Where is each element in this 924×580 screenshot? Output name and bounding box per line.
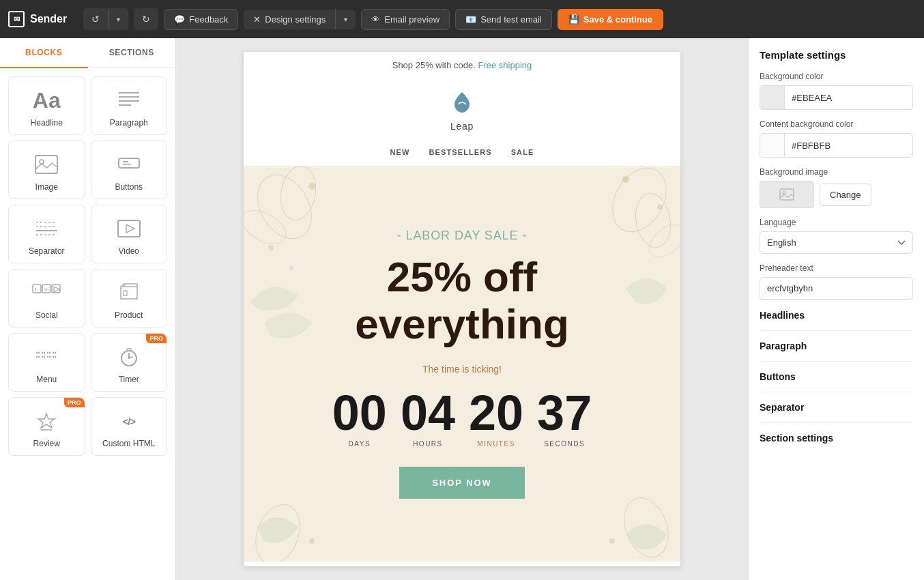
tab-blocks[interactable]: BLOCKS [0, 38, 88, 68]
separator-icon [33, 216, 59, 241]
dropdown-arrow[interactable]: ▾ [109, 10, 128, 29]
svg-rect-33 [127, 349, 131, 351]
app-name: Sender [30, 13, 67, 25]
minutes-value: 20 [469, 388, 523, 437]
design-settings-dropdown[interactable]: ▾ [336, 10, 356, 29]
svg-point-40 [268, 245, 274, 250]
block-paragraph[interactable]: Paragraph [91, 76, 168, 135]
topbar-link[interactable]: Free shipping [478, 60, 532, 70]
content-bg-label: Content background color [760, 119, 913, 129]
save-continue-button[interactable]: 💾 Save & continue [558, 9, 663, 30]
svg-point-36 [247, 166, 323, 248]
bg-color-input-row [760, 85, 913, 110]
tab-sections[interactable]: SECTIONS [88, 38, 176, 68]
block-headline[interactable]: Aa Headline [8, 76, 85, 135]
headline-icon: Aa [33, 88, 61, 113]
bg-color-label: Background color [760, 72, 913, 81]
send-test-button[interactable]: 📧 Send test email [455, 9, 552, 30]
block-menu[interactable]: Menu [8, 333, 85, 392]
days-label: DAYS [349, 440, 371, 448]
countdown: 00 DAYS 04 HOURS 20 MINUTES 37 SECONDS [332, 388, 592, 448]
section-separator[interactable]: Separator [760, 392, 913, 422]
right-sidebar: Template settings Background color Conte… [748, 38, 924, 580]
design-settings-icon: ✕ [253, 14, 261, 25]
undo-button[interactable]: ↺ [83, 8, 108, 30]
custom-html-icon: </> [122, 409, 135, 433]
bg-image-row: Change [760, 181, 913, 208]
nav-item-new[interactable]: NEW [390, 148, 410, 156]
bg-image-change-button[interactable]: Change [820, 184, 871, 206]
svg-text:f: f [35, 287, 37, 293]
svg-point-52 [783, 191, 785, 194]
svg-point-39 [308, 183, 315, 190]
video-icon [116, 216, 142, 241]
cta-button[interactable]: SHOP NOW [399, 467, 525, 499]
nav-item-bestsellers[interactable]: BESTSELLERS [429, 148, 492, 156]
block-review[interactable]: PRO Review [8, 397, 85, 456]
svg-marker-20 [54, 287, 59, 292]
sidebar-tabs: BLOCKS SECTIONS [0, 38, 175, 68]
redo-button[interactable]: ↻ [134, 8, 158, 30]
paragraph-icon [116, 88, 142, 113]
paragraph-label: Paragraph [110, 118, 148, 128]
section-headlines[interactable]: Headlines [760, 300, 913, 330]
settings-title: Template settings [760, 49, 913, 61]
menu-icon [33, 345, 59, 369]
product-icon [117, 280, 141, 305]
top-navigation: ✉ Sender ↺ ▾ ↻ 💬 Feedback ✕ Design setti… [0, 0, 924, 38]
block-separator[interactable]: Separator [8, 205, 85, 263]
brand-name: Leap [255, 121, 669, 132]
content-bg-swatch[interactable] [760, 133, 785, 158]
nav-item-sale[interactable]: SALE [511, 148, 534, 156]
block-social[interactable]: f in Social [8, 269, 85, 328]
undo-redo-group: ↺ ▾ [83, 8, 128, 30]
email-preview-button[interactable]: 👁 Email preview [361, 9, 450, 30]
design-settings-group: ✕ Design settings ▾ [244, 10, 356, 29]
block-image[interactable]: Image [8, 141, 85, 199]
block-timer[interactable]: PRO Timer [91, 333, 168, 392]
email-nav: NEW BESTSELLERS SALE [244, 143, 680, 166]
review-pro-badge: PRO [64, 398, 85, 407]
hero-tagline: The time is ticking! [422, 364, 502, 375]
blocks-grid: Aa Headline Paragraph [0, 68, 175, 464]
section-settings[interactable]: Section settings [760, 422, 913, 453]
countdown-hours: 04 HOURS [401, 388, 455, 448]
product-label: Product [115, 310, 143, 320]
timer-label: Timer [119, 375, 139, 384]
feedback-button[interactable]: 💬 Feedback [164, 9, 238, 30]
svg-rect-15 [33, 285, 41, 293]
bg-image-label: Background image [760, 167, 913, 177]
svg-point-48 [309, 538, 315, 544]
logo-icon: ✉ [8, 11, 25, 27]
svg-rect-6 [119, 158, 139, 168]
social-label: Social [35, 310, 58, 320]
block-buttons[interactable]: Buttons [91, 141, 168, 199]
bg-color-swatch[interactable] [760, 85, 785, 110]
block-video[interactable]: Video [91, 205, 168, 263]
custom-html-label: Custom HTML [102, 439, 155, 448]
content-bg-value[interactable] [785, 141, 913, 151]
email-canvas: Shop 25% with code. Free shipping Leap N… [244, 52, 680, 566]
svg-point-38 [244, 203, 291, 251]
design-settings-button[interactable]: ✕ Design settings [244, 10, 335, 29]
block-custom-html[interactable]: </> Custom HTML [91, 397, 168, 456]
svg-rect-21 [124, 291, 127, 295]
block-product[interactable]: Product [91, 269, 168, 328]
headline-label: Headline [31, 118, 63, 128]
language-select[interactable]: English French German Spanish [760, 231, 913, 254]
timer-pro-badge: PRO [146, 334, 167, 343]
svg-point-41 [289, 266, 293, 270]
section-buttons[interactable]: Buttons [760, 361, 913, 392]
content-bg-input-row [760, 133, 913, 158]
image-label: Image [35, 182, 58, 192]
topbar-text: Shop 25% with code. [392, 60, 476, 70]
section-paragraph[interactable]: Paragraph [760, 330, 913, 361]
bg-color-value[interactable] [785, 93, 913, 103]
hero-title: 25% off everything [355, 254, 569, 347]
preheader-input[interactable] [760, 277, 913, 300]
svg-rect-13 [118, 220, 140, 237]
review-icon [34, 409, 59, 433]
email-topbar: Shop 25% with code. Free shipping [244, 52, 680, 78]
hours-label: HOURS [413, 440, 443, 448]
email-logo-area: Leap [244, 78, 680, 143]
